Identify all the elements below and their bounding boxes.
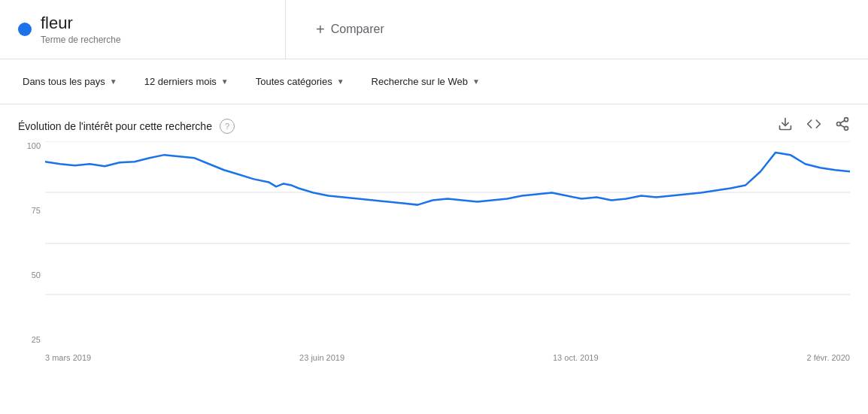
search-term-sublabel: Terme de recherche	[41, 35, 121, 45]
x-label-feb2020: 2 févr. 2020	[806, 353, 850, 362]
trend-chart: 100 75 50 25 3 mars 2019 23 juin 2019 13…	[18, 141, 850, 367]
y-label-75: 75	[18, 206, 45, 215]
header: fleur Terme de recherche + Comparer	[0, 0, 868, 59]
search-term-dot	[18, 23, 32, 36]
compare-box[interactable]: + Comparer	[286, 8, 414, 52]
chart-title: Évolution de l'intérêt pour cette recher…	[18, 120, 212, 132]
x-label-oct2019: 13 oct. 2019	[553, 353, 599, 362]
info-icon[interactable]: ?	[220, 119, 235, 134]
svg-line-5	[840, 121, 845, 123]
y-label-50: 50	[18, 270, 45, 280]
compare-plus-icon: +	[316, 21, 325, 38]
filter-period-label: 12 derniers mois	[144, 76, 217, 87]
chevron-down-icon: ▼	[472, 77, 480, 86]
filter-category-button[interactable]: Toutes catégories ▼	[245, 70, 355, 93]
y-label-100: 100	[18, 141, 45, 150]
embed-icon[interactable]	[806, 116, 821, 135]
chevron-down-icon: ▼	[337, 77, 344, 86]
filter-category-label: Toutes catégories	[256, 76, 332, 87]
filter-period-button[interactable]: 12 derniers mois ▼	[134, 70, 239, 93]
filter-country-label: Dans tous les pays	[23, 76, 105, 87]
download-icon[interactable]	[778, 116, 793, 135]
chevron-down-icon: ▼	[110, 77, 117, 86]
filter-searchtype-label: Recherche sur le Web	[372, 76, 468, 87]
search-term-box: fleur Terme de recherche	[0, 0, 286, 59]
chart-svg-wrapper	[45, 141, 850, 346]
compare-label: Comparer	[331, 23, 384, 36]
chart-header: Évolution de l'intérêt pour cette recher…	[18, 116, 850, 135]
filter-bar: Dans tous les pays ▼ 12 derniers mois ▼ …	[0, 59, 868, 104]
y-label-25: 25	[18, 335, 45, 344]
x-label-june2019: 23 juin 2019	[299, 353, 344, 362]
chevron-down-icon: ▼	[221, 77, 229, 86]
chart-actions	[778, 116, 850, 135]
share-icon[interactable]	[835, 116, 850, 135]
chart-title-group: Évolution de l'intérêt pour cette recher…	[18, 119, 235, 134]
search-term-text: fleur Terme de recherche	[41, 14, 121, 45]
filter-country-button[interactable]: Dans tous les pays ▼	[12, 70, 128, 93]
x-label-march2019: 3 mars 2019	[45, 353, 91, 362]
chart-section: Évolution de l'intérêt pour cette recher…	[0, 104, 868, 367]
svg-line-4	[840, 125, 845, 128]
x-axis: 3 mars 2019 23 juin 2019 13 oct. 2019 2 …	[45, 349, 850, 367]
y-axis: 100 75 50 25	[18, 141, 45, 367]
filter-searchtype-button[interactable]: Recherche sur le Web ▼	[361, 70, 490, 93]
search-term-name: fleur	[41, 14, 121, 33]
